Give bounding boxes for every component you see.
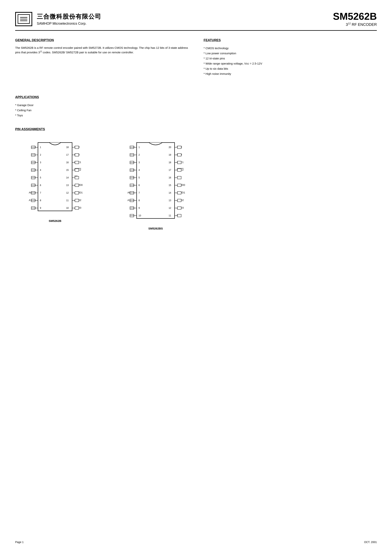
svg-text:15: 15: [169, 184, 171, 187]
feature-item-5: Up to six data bits: [203, 66, 377, 71]
logo-line-3: [20, 21, 27, 21]
svg-text:20: 20: [169, 146, 171, 149]
svg-text:16: 16: [169, 176, 171, 179]
logo-line-2: [20, 19, 27, 19]
desc-text-2: codes. SM5262B/ SM5272B pair is suitable…: [42, 51, 134, 54]
pin-assignments-title: PIN ASSIGNMENTS: [15, 127, 377, 131]
svg-text:5: 5: [138, 176, 140, 179]
svg-text:12: 12: [169, 207, 171, 209]
app-item-3: Toys: [15, 113, 377, 118]
svg-text:2: 2: [138, 153, 140, 156]
svg-text:13: 13: [169, 199, 171, 202]
svg-rect-54: [75, 176, 79, 179]
svg-rect-46: [75, 161, 79, 164]
desc-sup: 12: [40, 51, 42, 53]
company-name-block: 三合微科股份有限公司 SAMHOP Microelectronics Corp.: [37, 13, 101, 26]
svg-text:4: 4: [138, 169, 140, 171]
svg-rect-139: [177, 191, 181, 194]
svg-text:1: 1: [138, 146, 140, 149]
header-left: 三合微科股份有限公司 SAMHOP Microelectronics Corp.: [15, 12, 101, 26]
logo-lines: [20, 17, 27, 21]
svg-text:10: 10: [66, 207, 69, 209]
feature-item-1: CMOS technology: [203, 45, 377, 51]
svg-rect-66: [75, 199, 79, 202]
app-item-1: Garage Door: [15, 102, 377, 108]
chip1-svg: A0 1 A1 2 A2 3 A3: [15, 137, 95, 217]
svg-rect-115: [177, 146, 181, 149]
applications-title: APPLICATIONS: [15, 95, 377, 99]
svg-rect-70: [75, 207, 79, 209]
chip2-diagram: A0 1 A1 2 A2 3 A3: [114, 137, 197, 230]
header-right: SM5262B 312 RF ENCODER: [333, 11, 377, 27]
features-section: FEATURES CMOS technology Low power consu…: [203, 38, 377, 76]
chip2-label: SM5262BS: [148, 227, 163, 230]
svg-text:11: 11: [66, 199, 69, 202]
svg-rect-151: [177, 214, 181, 217]
svg-text:18: 18: [169, 161, 171, 164]
product-subtitle-prefix: 3: [346, 22, 348, 27]
logo-line-1: [20, 17, 27, 18]
svg-text:16: 16: [66, 161, 69, 164]
chip1-diagram: A0 1 A1 2 A2 3 A3: [15, 137, 95, 222]
svg-rect-62: [75, 191, 79, 194]
svg-text:5: 5: [40, 176, 41, 179]
svg-text:11: 11: [169, 214, 171, 217]
svg-text:6: 6: [138, 184, 140, 187]
svg-text:6: 6: [40, 184, 41, 187]
product-subtitle: 312 RF ENCODER: [333, 22, 377, 27]
svg-rect-127: [177, 169, 181, 171]
svg-rect-50: [75, 169, 79, 171]
svg-rect-135: [177, 184, 181, 187]
app-item-2: Ceiling Fan: [15, 108, 377, 113]
svg-text:17: 17: [66, 153, 69, 156]
svg-text:14: 14: [169, 191, 171, 194]
svg-text:13: 13: [66, 184, 69, 187]
general-description-title: GENERAL DESCRIPTION: [15, 38, 189, 42]
page-number: Page 1: [15, 540, 23, 544]
svg-text:7: 7: [138, 191, 140, 194]
svg-rect-131: [177, 176, 181, 179]
svg-text:2: 2: [40, 153, 41, 156]
feature-item-3: 12 tri-state pins: [203, 56, 377, 61]
company-name-en: SAMHOP Microelectronics Corp.: [37, 22, 101, 26]
svg-rect-123: [177, 161, 181, 164]
svg-text:3: 3: [138, 161, 140, 164]
svg-text:15: 15: [66, 169, 69, 171]
chip1-label: SM5262B: [49, 219, 61, 222]
svg-text:8: 8: [40, 199, 41, 202]
svg-text:14: 14: [66, 176, 69, 179]
svg-text:19: 19: [169, 153, 171, 156]
company-name-zh: 三合微科股份有限公司: [37, 13, 101, 21]
features-title: FEATURES: [203, 38, 377, 42]
svg-rect-147: [177, 207, 181, 209]
svg-text:4: 4: [40, 169, 41, 171]
product-subtitle-suffix: RF ENCODER: [351, 22, 377, 27]
svg-rect-58: [75, 184, 79, 187]
page-footer: Page 1 OCT. 2001: [15, 540, 377, 544]
features-list: CMOS technology Low power consumption 12…: [203, 45, 377, 76]
page-header: 三合微科股份有限公司 SAMHOP Microelectronics Corp.…: [15, 11, 377, 31]
svg-rect-38: [75, 146, 79, 149]
svg-text:1: 1: [40, 146, 41, 149]
feature-item-4: Wide range operating voltage, Vcc = 2.5-…: [203, 61, 377, 66]
svg-rect-119: [177, 153, 181, 156]
svg-text:3: 3: [40, 161, 41, 164]
product-subtitle-sup: 12: [348, 22, 351, 25]
general-description-section: GENERAL DESCRIPTION The SM5262B is a RF …: [15, 38, 189, 76]
product-title: SM5262B: [333, 11, 377, 21]
svg-text:18: 18: [66, 146, 69, 149]
svg-text:8: 8: [138, 199, 140, 202]
svg-rect-42: [75, 153, 79, 156]
feature-item-6: High noise immunity: [203, 71, 377, 76]
svg-text:7: 7: [40, 191, 41, 194]
svg-text:9: 9: [40, 207, 41, 209]
general-description-text: The SM5262B is a RF remote control encod…: [15, 45, 189, 55]
svg-text:12: 12: [66, 191, 69, 194]
svg-rect-143: [177, 199, 181, 202]
footer-date: OCT. 2001: [364, 540, 377, 544]
pin-assignments-section: PIN ASSIGNMENTS A0 1 A1: [15, 127, 377, 230]
svg-text:9: 9: [138, 207, 140, 209]
chip2-svg: A0 1 A1 2 A2 3 A3: [114, 137, 197, 224]
pin-diagrams-container: A0 1 A1 2 A2 3 A3: [15, 137, 377, 230]
svg-text:17: 17: [169, 169, 171, 171]
